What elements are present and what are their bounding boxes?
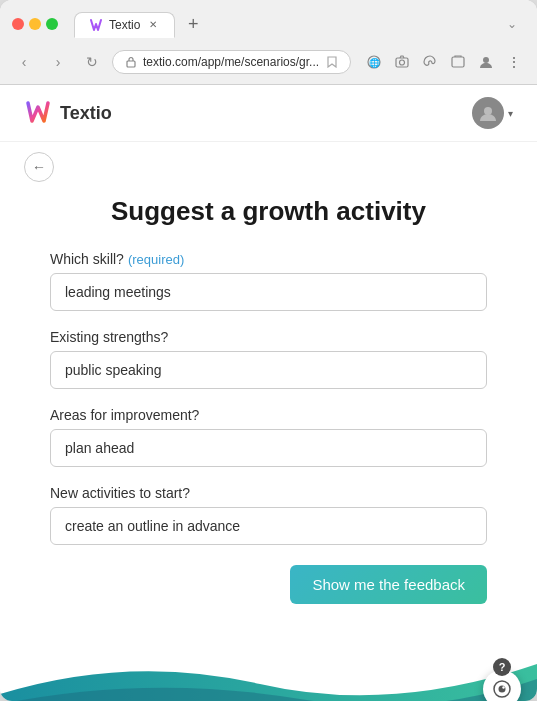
svg-point-11 xyxy=(502,686,504,688)
browser-window: Textio ✕ + ⌄ ‹ › ↻ textio.com/app/me/sce… xyxy=(0,0,537,701)
improvement-input[interactable] xyxy=(50,429,487,467)
back-nav-button[interactable]: ‹ xyxy=(10,48,38,76)
app-header: Textio ▾ xyxy=(0,85,537,142)
close-button[interactable] xyxy=(12,18,24,30)
strengths-label: Existing strengths? xyxy=(50,329,487,345)
lock-icon xyxy=(125,56,137,68)
wave-decoration xyxy=(0,634,537,701)
logo: Textio xyxy=(24,99,112,127)
active-tab[interactable]: Textio ✕ xyxy=(74,12,175,38)
chevron-down-icon: ▾ xyxy=(508,108,513,119)
tab-close-icon[interactable]: ✕ xyxy=(146,18,160,32)
new-tab-button[interactable]: + xyxy=(179,10,207,38)
wave-area: ? xyxy=(0,634,537,701)
svg-marker-1 xyxy=(328,57,336,67)
traffic-lights xyxy=(12,18,58,30)
user-avatar-icon xyxy=(479,104,497,122)
minimize-button[interactable] xyxy=(29,18,41,30)
page-title: Suggest a growth activity xyxy=(50,196,487,227)
forward-nav-button[interactable]: › xyxy=(44,48,72,76)
svg-point-7 xyxy=(483,57,489,63)
maximize-button[interactable] xyxy=(46,18,58,30)
more-options-icon[interactable]: ⋮ xyxy=(501,49,527,75)
submit-button[interactable]: Show me the feedback xyxy=(290,565,487,604)
submit-row: Show me the feedback xyxy=(50,565,487,604)
back-button[interactable]: ← xyxy=(24,152,54,182)
strengths-input[interactable] xyxy=(50,351,487,389)
help-eye-icon xyxy=(491,678,513,700)
form-area: Suggest a growth activity Which skill?(r… xyxy=(0,186,537,634)
svg-point-5 xyxy=(400,60,405,65)
svg-rect-4 xyxy=(396,58,408,67)
improvement-label: Areas for improvement? xyxy=(50,407,487,423)
tab-bar: Textio ✕ + ⌄ xyxy=(74,10,525,38)
bookmark-icon xyxy=(326,56,338,68)
improvement-group: Areas for improvement? xyxy=(50,407,487,467)
required-badge: (required) xyxy=(128,252,184,267)
tab-favicon-icon xyxy=(89,18,103,32)
share-icon[interactable] xyxy=(445,49,471,75)
user-menu[interactable]: ▾ xyxy=(472,97,513,129)
logo-icon xyxy=(24,99,52,127)
toolbar-icons: 🌐 ⋮ xyxy=(361,49,527,75)
user-profile-icon[interactable] xyxy=(473,49,499,75)
skill-label: Which skill?(required) xyxy=(50,251,487,267)
skill-input[interactable] xyxy=(50,273,487,311)
strengths-group: Existing strengths? xyxy=(50,329,487,389)
help-question-icon: ? xyxy=(493,658,511,676)
browser-toolbar: ‹ › ↻ textio.com/app/me/scenarios/gr... … xyxy=(0,44,537,84)
avatar xyxy=(472,97,504,129)
svg-rect-6 xyxy=(452,57,464,67)
activities-group: New activities to start? xyxy=(50,485,487,545)
back-icon: ← xyxy=(32,159,46,175)
reload-button[interactable]: ↻ xyxy=(78,48,106,76)
window-controls-icon: ⌄ xyxy=(499,11,525,37)
extensions-icon[interactable]: 🌐 xyxy=(361,49,387,75)
address-bar[interactable]: textio.com/app/me/scenarios/gr... xyxy=(112,50,351,74)
palette-icon[interactable] xyxy=(417,49,443,75)
logo-text: Textio xyxy=(60,103,112,124)
svg-point-10 xyxy=(499,686,506,693)
activities-input[interactable] xyxy=(50,507,487,545)
app-content: Textio ▾ ← Suggest a growth activity xyxy=(0,85,537,701)
camera-icon[interactable] xyxy=(389,49,415,75)
address-text: textio.com/app/me/scenarios/gr... xyxy=(143,55,320,69)
svg-rect-0 xyxy=(127,61,135,67)
browser-chrome: Textio ✕ + ⌄ ‹ › ↻ textio.com/app/me/sce… xyxy=(0,0,537,85)
svg-point-8 xyxy=(484,107,492,115)
tab-title: Textio xyxy=(109,18,140,32)
skill-group: Which skill?(required) xyxy=(50,251,487,311)
svg-text:🌐: 🌐 xyxy=(369,57,381,69)
back-area: ← xyxy=(0,142,537,186)
activities-label: New activities to start? xyxy=(50,485,487,501)
titlebar: Textio ✕ + ⌄ xyxy=(0,0,537,44)
